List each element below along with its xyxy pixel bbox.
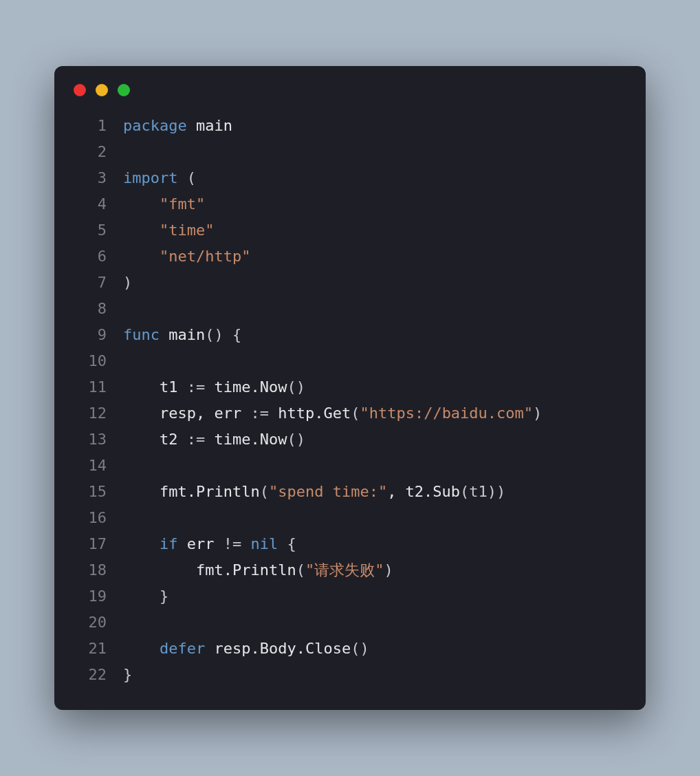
token-fn: Println — [232, 561, 296, 579]
line-content: if err != nil { — [123, 531, 296, 557]
token-fn: time. — [214, 378, 259, 396]
code-block: 1package main2 3import (4 "fmt"5 "time"6… — [74, 113, 626, 688]
line-content: t2 := time.Now() — [123, 427, 305, 453]
token-fn — [123, 640, 160, 657]
token-fn: t1 — [123, 378, 187, 396]
token-fn: resp.Body. — [214, 640, 305, 657]
line-content: fmt.Println("请求失败") — [123, 557, 393, 583]
token-punct: ) — [123, 274, 132, 291]
line-content: "time" — [123, 217, 214, 244]
token-punct: () — [351, 640, 369, 657]
code-line: 3import ( — [74, 165, 626, 191]
token-fn: time. — [214, 431, 259, 448]
token-kw: func — [123, 326, 168, 343]
line-number: 21 — [74, 636, 107, 662]
token-fn — [123, 248, 160, 265]
token-fn: resp, err — [123, 405, 250, 422]
maximize-icon[interactable] — [118, 84, 130, 96]
line-number: 19 — [74, 583, 107, 610]
code-line: 22} — [74, 662, 626, 688]
code-window: 1package main2 3import (4 "fmt"5 "time"6… — [54, 66, 646, 710]
line-number: 15 — [74, 479, 107, 505]
line-content: t1 := time.Now() — [123, 374, 305, 400]
line-number: 5 — [74, 217, 107, 244]
code-line: 7) — [74, 270, 626, 296]
line-content: defer resp.Body.Close() — [123, 636, 369, 662]
code-line: 17 if err != nil { — [74, 531, 626, 557]
line-number: 12 — [74, 400, 107, 427]
line-content: import ( — [123, 165, 196, 191]
window-titlebar — [74, 84, 626, 96]
line-number: 13 — [74, 427, 107, 453]
code-line: 8 — [74, 296, 626, 322]
line-content: "net/http" — [123, 244, 250, 270]
token-punct: } — [123, 588, 168, 605]
token-punct: () — [287, 431, 305, 448]
line-content: "fmt" — [123, 191, 205, 217]
token-fn: t2 — [123, 431, 187, 448]
code-line: 10 — [74, 348, 626, 374]
line-number: 20 — [74, 610, 107, 636]
token-punct: ) — [384, 561, 393, 579]
code-line: 19 } — [74, 583, 626, 610]
token-fn — [123, 195, 160, 213]
line-number: 6 — [74, 244, 107, 270]
token-str: "fmt" — [160, 195, 205, 213]
token-fn — [123, 535, 160, 552]
token-fn: fmt. — [123, 483, 196, 500]
token-punct: (t1)) — [460, 483, 505, 500]
code-line: 6 "net/http" — [74, 244, 626, 270]
code-line: 1package main — [74, 113, 626, 139]
line-number: 9 — [74, 322, 107, 348]
line-content: fmt.Println("spend time:", t2.Sub(t1)) — [123, 479, 505, 505]
token-str: "https://baidu.com" — [360, 405, 533, 422]
token-fn: http. — [278, 405, 323, 422]
token-str: "net/http" — [160, 248, 250, 265]
line-number: 18 — [74, 557, 107, 583]
token-punct: ( — [351, 405, 360, 422]
token-punct: ( — [260, 483, 269, 500]
line-content: } — [123, 662, 132, 688]
token-punct: } — [123, 666, 132, 683]
line-content — [123, 296, 132, 322]
token-fn: Close — [305, 640, 351, 657]
token-punct: ( — [296, 561, 305, 579]
line-content: package main — [123, 113, 232, 139]
token-op: := — [187, 378, 215, 396]
line-number: 4 — [74, 191, 107, 217]
token-fn: Now — [260, 378, 287, 396]
line-content — [123, 453, 132, 479]
minimize-icon[interactable] — [96, 84, 108, 96]
code-line: 4 "fmt" — [74, 191, 626, 217]
code-line: 12 resp, err := http.Get("https://baidu.… — [74, 400, 626, 427]
token-op: := — [187, 431, 215, 448]
token-fn: Println — [196, 483, 260, 500]
token-punct: () { — [205, 326, 241, 343]
line-number: 14 — [74, 453, 107, 479]
code-line: 15 fmt.Println("spend time:", t2.Sub(t1)… — [74, 479, 626, 505]
code-line: 5 "time" — [74, 217, 626, 244]
token-punct: ( — [187, 169, 196, 186]
code-line: 16 — [74, 505, 626, 531]
code-line: 2 — [74, 139, 626, 165]
token-op: := — [250, 405, 278, 422]
token-fn: main — [196, 117, 232, 134]
token-kw: if — [160, 535, 187, 552]
line-number: 8 — [74, 296, 107, 322]
line-number: 1 — [74, 113, 107, 139]
line-content — [123, 348, 132, 374]
line-content: ) — [123, 270, 132, 296]
code-line: 9func main() { — [74, 322, 626, 348]
token-str: "请求失败" — [305, 561, 384, 579]
token-punct: { — [278, 535, 296, 552]
line-number: 22 — [74, 662, 107, 688]
line-number: 17 — [74, 531, 107, 557]
token-fn: main — [168, 326, 205, 343]
code-line: 21 defer resp.Body.Close() — [74, 636, 626, 662]
line-content: } — [123, 583, 168, 610]
token-fn: Sub — [433, 483, 460, 500]
token-fn — [123, 222, 160, 239]
close-icon[interactable] — [74, 84, 86, 96]
token-kw: package — [123, 117, 196, 134]
line-content: func main() { — [123, 322, 241, 348]
